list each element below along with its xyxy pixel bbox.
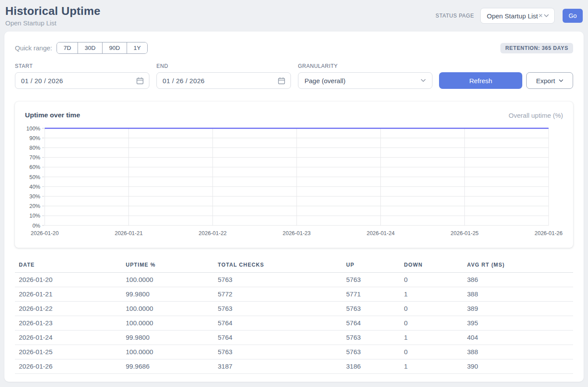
- chart-header: Uptime over time Overall uptime (%): [25, 111, 563, 119]
- table-cell: 5763: [342, 331, 400, 345]
- column-header: DOWN: [400, 258, 463, 273]
- svg-text:60%: 60%: [29, 164, 40, 170]
- table-cell: 2026-01-25: [15, 345, 122, 359]
- table-header: DATEUPTIME %TOTAL CHECKSUPDOWNAVG RT (MS…: [15, 258, 573, 273]
- granularity-field: GRANULARITY Page (overall): [298, 63, 439, 89]
- chart-title: Uptime over time: [25, 111, 80, 119]
- column-header: UPTIME %: [122, 258, 214, 273]
- table-cell: 2026-01-24: [15, 331, 122, 345]
- quick-range-label: Quick range:: [15, 44, 52, 52]
- svg-text:80%: 80%: [29, 145, 40, 151]
- svg-text:2026-01-24: 2026-01-24: [367, 230, 395, 236]
- table-cell: 2026-01-20: [15, 273, 122, 287]
- export-button[interactable]: Export: [526, 72, 573, 89]
- table-cell: 2026-01-22: [15, 302, 122, 316]
- table-cell: 395: [463, 316, 573, 331]
- table-row: 2026-01-25100.0000576357630388: [15, 345, 573, 359]
- table-header-row: DATEUPTIME %TOTAL CHECKSUPDOWNAVG RT (MS…: [15, 258, 573, 273]
- granularity-label: GRANULARITY: [298, 63, 439, 69]
- svg-text:30%: 30%: [29, 194, 40, 200]
- table-cell: 99.9800: [122, 287, 214, 302]
- table-cell: 0: [400, 302, 463, 316]
- calendar-icon[interactable]: [136, 77, 144, 84]
- table-cell: 5763: [214, 302, 342, 316]
- table-cell: 5763: [214, 273, 342, 287]
- chart-legend: Overall uptime (%): [509, 112, 563, 119]
- table-cell: 1: [400, 331, 463, 345]
- clear-selection-icon[interactable]: ×: [538, 12, 543, 19]
- uptime-table: DATEUPTIME %TOTAL CHECKSUPDOWNAVG RT (MS…: [15, 258, 573, 374]
- status-page-value: Open Startup List: [487, 12, 538, 20]
- go-button[interactable]: Go: [563, 9, 583, 23]
- svg-text:2026-01-21: 2026-01-21: [115, 230, 143, 236]
- table-cell: 2026-01-21: [15, 287, 122, 302]
- table-cell: 5763: [342, 302, 400, 316]
- table-cell: 5763: [214, 345, 342, 359]
- table-cell: 5763: [342, 273, 400, 287]
- table-row: 2026-01-2199.9800577257711388: [15, 287, 573, 302]
- range-30d-button[interactable]: 30D: [78, 42, 102, 53]
- range-1y-button[interactable]: 1Y: [127, 42, 148, 53]
- svg-text:2026-01-23: 2026-01-23: [283, 230, 311, 236]
- column-header: DATE: [15, 258, 122, 273]
- table-cell: 2026-01-23: [15, 316, 122, 331]
- svg-text:0%: 0%: [32, 223, 40, 229]
- status-page-controls: STATUS PAGE Open Startup List × Go: [436, 8, 583, 24]
- table-cell: 5763: [342, 345, 400, 359]
- table-row: 2026-01-20100.0000576357630386: [15, 273, 573, 287]
- table-cell: 1: [400, 359, 463, 374]
- svg-text:2026-01-26: 2026-01-26: [535, 230, 563, 236]
- table-cell: 5771: [342, 287, 400, 302]
- table-cell: 390: [463, 359, 573, 374]
- table-row: 2026-01-2499.9800576457631404: [15, 331, 573, 345]
- chevron-down-icon: [544, 14, 549, 18]
- table-row: 2026-01-2699.9686318731861390: [15, 359, 573, 374]
- svg-text:50%: 50%: [29, 174, 40, 180]
- table-cell: 99.9800: [122, 331, 214, 345]
- end-date-input[interactable]: 01 / 26 / 2026: [156, 72, 291, 89]
- title-block: Historical Uptime Open Startup List: [5, 4, 100, 27]
- table-cell: 0: [400, 345, 463, 359]
- table-body: 2026-01-20100.00005763576303862026-01-21…: [15, 273, 573, 374]
- table-cell: 100.0000: [122, 316, 214, 331]
- page-title: Historical Uptime: [5, 4, 100, 18]
- refresh-button[interactable]: Refresh: [439, 72, 522, 89]
- table-cell: 0: [400, 273, 463, 287]
- table-cell: 5764: [342, 316, 400, 331]
- end-date-field: END 01 / 26 / 2026: [156, 63, 298, 89]
- table-cell: 0: [400, 316, 463, 331]
- svg-text:20%: 20%: [29, 203, 40, 209]
- svg-text:2026-01-25: 2026-01-25: [450, 230, 478, 236]
- status-page-select[interactable]: Open Startup List ×: [480, 8, 555, 24]
- calendar-icon[interactable]: [278, 77, 285, 84]
- svg-text:2026-01-22: 2026-01-22: [198, 230, 227, 236]
- table-cell: 404: [463, 331, 573, 345]
- start-date-input[interactable]: 01 / 20 / 2026: [15, 72, 149, 89]
- chevron-down-icon: [421, 79, 426, 82]
- table-cell: 388: [463, 287, 573, 302]
- retention-badge: RETENTION: 365 DAYS: [500, 43, 573, 53]
- svg-text:70%: 70%: [29, 155, 40, 161]
- topbar: Historical Uptime Open Startup List STAT…: [0, 0, 588, 32]
- uptime-chart-svg: 0%10%20%30%40%50%60%70%80%90%100%2026-01…: [15, 102, 573, 248]
- table-cell: 389: [463, 302, 573, 316]
- start-date-label: START: [15, 63, 156, 69]
- range-90d-button[interactable]: 90D: [102, 42, 127, 53]
- table-cell: 100.0000: [122, 345, 214, 359]
- uptime-chart-card: Uptime over time Overall uptime (%) 0%10…: [15, 102, 573, 248]
- table-cell: 388: [463, 345, 573, 359]
- granularity-select[interactable]: Page (overall): [298, 72, 432, 89]
- table-row: 2026-01-22100.0000576357630389: [15, 302, 573, 316]
- table-cell: 3187: [214, 359, 342, 374]
- status-page-label: STATUS PAGE: [436, 13, 474, 19]
- page-subtitle: Open Startup List: [5, 19, 100, 27]
- column-header: AVG RT (MS): [463, 258, 573, 273]
- range-7d-button[interactable]: 7D: [57, 42, 78, 53]
- svg-text:100%: 100%: [26, 126, 40, 132]
- svg-text:10%: 10%: [29, 213, 40, 219]
- svg-text:90%: 90%: [29, 135, 40, 141]
- table-cell: 5764: [214, 331, 342, 345]
- filter-controls-row: START 01 / 20 / 2026 END 01 / 26 / 2026 …: [15, 63, 573, 89]
- table-cell: 5772: [214, 287, 342, 302]
- table-cell: 2026-01-26: [15, 359, 122, 374]
